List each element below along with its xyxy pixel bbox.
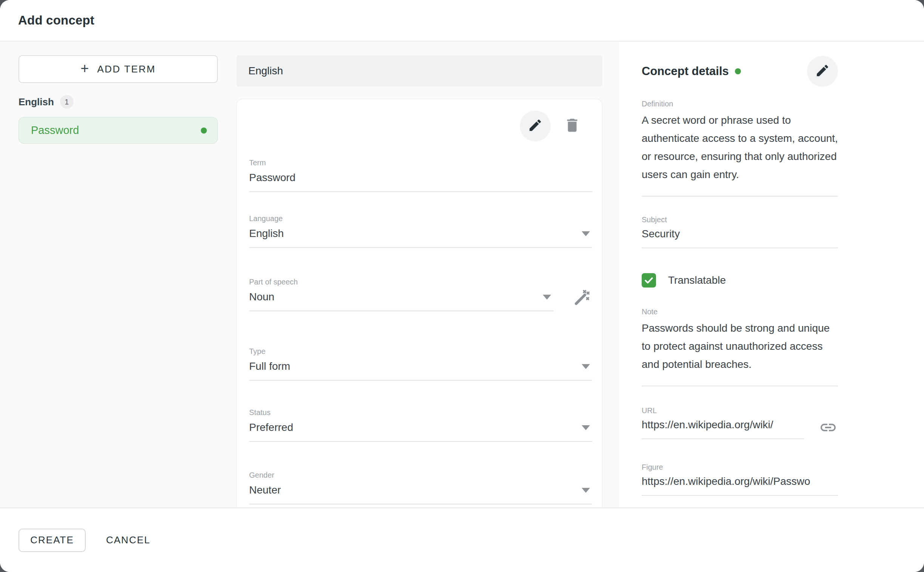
term-field-label: Term: [249, 158, 592, 167]
chevron-down-icon[interactable]: [582, 231, 590, 236]
chevron-down-icon[interactable]: [543, 295, 551, 300]
chevron-down-icon[interactable]: [582, 364, 590, 369]
language-group-header: English 1: [19, 95, 218, 109]
cancel-button[interactable]: CANCEL: [99, 528, 157, 552]
language-select[interactable]: Language English: [249, 214, 592, 248]
link-icon: [819, 431, 837, 438]
type-select[interactable]: Type Full form: [249, 347, 592, 381]
term-editor-panel: English Term: [231, 42, 619, 507]
concept-details-header: Concept details: [642, 56, 838, 87]
edit-concept-button[interactable]: [807, 56, 838, 87]
term-list-item[interactable]: Password: [19, 117, 218, 144]
part-of-speech-value: Noun: [249, 290, 274, 304]
status-select[interactable]: Status Preferred: [249, 408, 592, 442]
translatable-label: Translatable: [668, 274, 726, 286]
term-count-badge: 1: [60, 95, 74, 109]
add-concept-dialog: Add concept + ADD TERM English 1 Passwor…: [0, 0, 924, 572]
term-card-actions: [249, 110, 602, 141]
gender-select-value: Neuter: [249, 483, 281, 497]
subject-value[interactable]: Security: [642, 227, 838, 241]
url-field[interactable]: URL https://en.wikipedia.org/wiki/: [642, 406, 804, 439]
concept-details-panel: Concept details Definition A secret word…: [619, 42, 924, 507]
plus-icon: +: [80, 61, 89, 75]
language-group-name: English: [19, 96, 54, 108]
term-language-band: English: [236, 55, 602, 87]
term-field[interactable]: Term Password: [249, 158, 592, 192]
delete-term-button[interactable]: [563, 117, 581, 135]
url-row: URL https://en.wikipedia.org/wiki/: [642, 406, 924, 439]
definition-label: Definition: [642, 99, 838, 108]
create-button[interactable]: CREATE: [19, 528, 86, 552]
note-label: Note: [642, 307, 838, 316]
open-link-button[interactable]: [819, 418, 837, 438]
gender-select-label: Gender: [249, 471, 592, 480]
trash-icon: [563, 117, 581, 135]
note-value[interactable]: Passwords should be strong and unique to…: [642, 319, 838, 379]
url-value[interactable]: https://en.wikipedia.org/wiki/: [642, 418, 804, 432]
status-dot-icon: [201, 127, 207, 134]
figure-value[interactable]: https://en.wikipedia.org/wiki/Passwo: [642, 475, 838, 488]
check-icon: [644, 275, 654, 286]
note-field[interactable]: Note Passwords should be strong and uniq…: [642, 307, 838, 386]
translatable-checkbox[interactable]: [642, 273, 656, 288]
definition-value[interactable]: A secret word or phrase used to authenti…: [642, 111, 838, 189]
term-field-value[interactable]: Password: [249, 171, 296, 185]
chevron-down-icon[interactable]: [582, 488, 590, 493]
auto-fix-button[interactable]: [572, 288, 591, 308]
figure-label: Figure: [642, 463, 838, 472]
pencil-icon: [815, 63, 830, 79]
part-of-speech-row: Part of speech Noun: [249, 277, 602, 311]
subject-field[interactable]: Subject Security: [642, 215, 838, 248]
term-list-panel: + ADD TERM English 1 Password: [0, 42, 231, 507]
add-term-label: ADD TERM: [97, 64, 156, 75]
term-list-item-label: Password: [31, 124, 79, 137]
type-select-label: Type: [249, 347, 592, 356]
term-card: Term Password Language English Part of s…: [236, 99, 602, 507]
status-dot-icon: [735, 68, 741, 74]
magic-wand-icon: [572, 302, 591, 308]
part-of-speech-label: Part of speech: [249, 277, 553, 286]
dialog-footer: CREATE CANCEL: [0, 507, 924, 572]
term-language-band-label: English: [248, 65, 283, 77]
type-select-value: Full form: [249, 359, 290, 373]
status-select-label: Status: [249, 408, 592, 417]
page-title: Add concept: [18, 13, 94, 28]
language-select-value: English: [249, 227, 284, 240]
translatable-row: Translatable: [642, 273, 924, 288]
dialog-header: Add concept: [0, 0, 924, 42]
edit-term-button[interactable]: [520, 110, 551, 141]
definition-field[interactable]: Definition A secret word or phrase used …: [642, 99, 838, 197]
gender-select[interactable]: Gender Neuter: [249, 471, 592, 504]
pencil-icon: [528, 118, 543, 134]
status-select-value: Preferred: [249, 421, 293, 434]
chevron-down-icon[interactable]: [582, 425, 590, 430]
part-of-speech-select[interactable]: Part of speech Noun: [249, 277, 553, 311]
add-term-button[interactable]: + ADD TERM: [19, 55, 218, 83]
figure-field[interactable]: Figure https://en.wikipedia.org/wiki/Pas…: [642, 463, 838, 496]
language-select-label: Language: [249, 214, 592, 223]
dialog-body: + ADD TERM English 1 Password English: [0, 42, 924, 507]
subject-label: Subject: [642, 215, 838, 224]
url-label: URL: [642, 406, 804, 415]
concept-details-title: Concept details: [642, 65, 729, 78]
